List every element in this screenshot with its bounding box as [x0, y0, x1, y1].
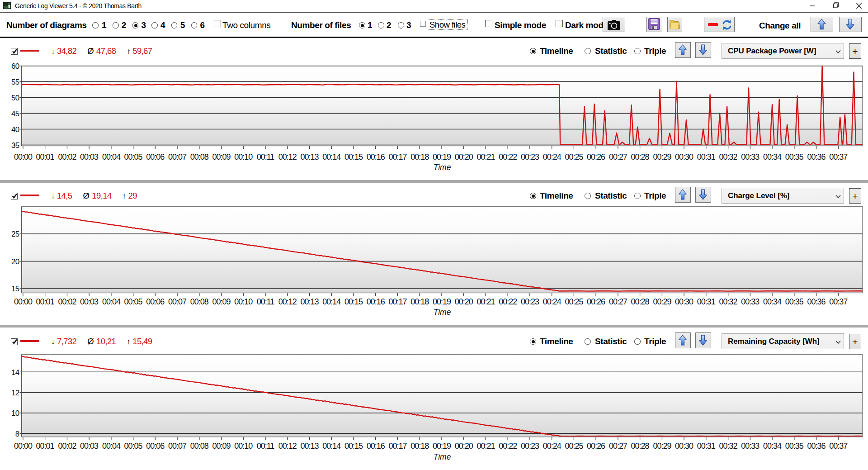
svg-text:00:04: 00:04 — [102, 297, 121, 306]
svg-text:00:10: 00:10 — [234, 297, 253, 306]
svg-text:45: 45 — [11, 109, 19, 118]
svg-text:00:32: 00:32 — [719, 152, 738, 161]
svg-text:00:05: 00:05 — [124, 442, 143, 451]
svg-text:00:13: 00:13 — [300, 297, 319, 306]
svg-text:00:22: 00:22 — [499, 297, 517, 306]
svg-text:00:34: 00:34 — [763, 442, 782, 451]
svg-text:00:23: 00:23 — [521, 442, 539, 451]
svg-text:00:19: 00:19 — [433, 152, 451, 161]
svg-text:00:31: 00:31 — [697, 442, 716, 451]
svg-text:00:00: 00:00 — [14, 152, 33, 161]
svg-text:00:36: 00:36 — [807, 152, 826, 161]
svg-text:Time: Time — [434, 163, 451, 172]
svg-text:00:17: 00:17 — [388, 152, 407, 161]
svg-text:14: 14 — [11, 368, 19, 377]
svg-text:00:26: 00:26 — [587, 297, 605, 306]
svg-text:00:14: 00:14 — [322, 442, 341, 451]
svg-text:00:16: 00:16 — [367, 442, 385, 451]
svg-text:00:15: 00:15 — [344, 442, 363, 451]
svg-text:00:34: 00:34 — [763, 152, 782, 161]
svg-text:00:12: 00:12 — [278, 152, 297, 161]
svg-text:00:21: 00:21 — [476, 442, 495, 451]
svg-text:00:22: 00:22 — [499, 152, 517, 161]
svg-text:00:09: 00:09 — [212, 297, 231, 306]
svg-text:00:29: 00:29 — [653, 442, 671, 451]
svg-text:00:23: 00:23 — [521, 152, 539, 161]
svg-text:00:24: 00:24 — [543, 442, 561, 451]
svg-text:00:33: 00:33 — [741, 297, 760, 306]
svg-text:00:10: 00:10 — [234, 442, 253, 451]
svg-text:00:30: 00:30 — [675, 152, 693, 161]
svg-text:00:27: 00:27 — [609, 297, 627, 306]
svg-text:00:18: 00:18 — [410, 297, 429, 306]
svg-text:00:28: 00:28 — [631, 442, 650, 451]
svg-text:00:13: 00:13 — [300, 442, 319, 451]
svg-text:00:07: 00:07 — [168, 152, 187, 161]
svg-text:00:16: 00:16 — [367, 297, 385, 306]
svg-text:00:25: 00:25 — [565, 442, 583, 451]
svg-text:50: 50 — [11, 94, 19, 102]
svg-text:60: 60 — [11, 62, 19, 71]
svg-text:55: 55 — [11, 78, 19, 86]
svg-text:40: 40 — [11, 125, 19, 134]
svg-text:00:16: 00:16 — [367, 152, 385, 161]
svg-text:00:32: 00:32 — [719, 297, 738, 306]
svg-text:00:02: 00:02 — [58, 442, 76, 451]
svg-text:00:03: 00:03 — [80, 152, 99, 161]
svg-text:00:12: 00:12 — [278, 442, 297, 451]
svg-text:15: 15 — [11, 285, 19, 293]
svg-text:00:15: 00:15 — [344, 152, 363, 161]
svg-text:00:30: 00:30 — [675, 442, 693, 451]
svg-text:00:32: 00:32 — [719, 442, 738, 451]
svg-text:00:21: 00:21 — [476, 152, 495, 161]
svg-text:00:06: 00:06 — [146, 152, 165, 161]
svg-text:00:07: 00:07 — [168, 297, 187, 306]
svg-text:00:11: 00:11 — [257, 442, 275, 451]
svg-text:00:04: 00:04 — [102, 152, 121, 161]
svg-text:00:14: 00:14 — [322, 297, 341, 306]
svg-text:00:17: 00:17 — [388, 442, 407, 451]
svg-text:00:09: 00:09 — [212, 152, 231, 161]
svg-text:00:17: 00:17 — [388, 297, 407, 306]
svg-text:10: 10 — [11, 409, 19, 418]
svg-text:00:28: 00:28 — [631, 297, 650, 306]
svg-text:00:01: 00:01 — [36, 442, 55, 451]
svg-text:00:26: 00:26 — [587, 442, 605, 451]
svg-text:00:07: 00:07 — [168, 442, 187, 451]
svg-text:00:14: 00:14 — [322, 152, 341, 161]
svg-text:00:20: 00:20 — [455, 152, 473, 161]
svg-text:00:33: 00:33 — [741, 152, 760, 161]
svg-text:00:23: 00:23 — [521, 297, 539, 306]
svg-text:00:31: 00:31 — [697, 297, 716, 306]
svg-text:00:28: 00:28 — [631, 152, 650, 161]
svg-text:00:02: 00:02 — [58, 297, 76, 306]
svg-text:00:24: 00:24 — [543, 152, 561, 161]
svg-text:00:12: 00:12 — [278, 297, 297, 306]
svg-text:00:06: 00:06 — [146, 297, 165, 306]
svg-text:00:08: 00:08 — [190, 152, 209, 161]
svg-text:00:04: 00:04 — [102, 442, 121, 451]
svg-text:00:36: 00:36 — [807, 442, 826, 451]
svg-text:00:11: 00:11 — [257, 152, 275, 161]
svg-text:Time: Time — [434, 452, 451, 461]
svg-text:00:35: 00:35 — [785, 152, 804, 161]
svg-text:20: 20 — [11, 257, 19, 266]
svg-text:00:15: 00:15 — [344, 297, 363, 306]
svg-text:00:36: 00:36 — [807, 297, 826, 306]
svg-text:00:33: 00:33 — [741, 442, 760, 451]
svg-text:00:13: 00:13 — [300, 152, 319, 161]
svg-text:Time: Time — [434, 308, 451, 317]
svg-text:00:21: 00:21 — [476, 297, 495, 306]
svg-text:8: 8 — [15, 430, 19, 438]
svg-text:12: 12 — [11, 389, 19, 397]
svg-text:00:18: 00:18 — [410, 152, 429, 161]
svg-text:00:00: 00:00 — [14, 297, 33, 306]
svg-text:00:35: 00:35 — [785, 297, 804, 306]
svg-text:00:20: 00:20 — [455, 297, 473, 306]
svg-text:00:24: 00:24 — [543, 297, 561, 306]
svg-text:00:01: 00:01 — [36, 297, 55, 306]
svg-text:00:20: 00:20 — [455, 442, 473, 451]
svg-text:00:27: 00:27 — [609, 152, 627, 161]
svg-text:00:19: 00:19 — [433, 297, 451, 306]
svg-text:25: 25 — [11, 230, 19, 238]
